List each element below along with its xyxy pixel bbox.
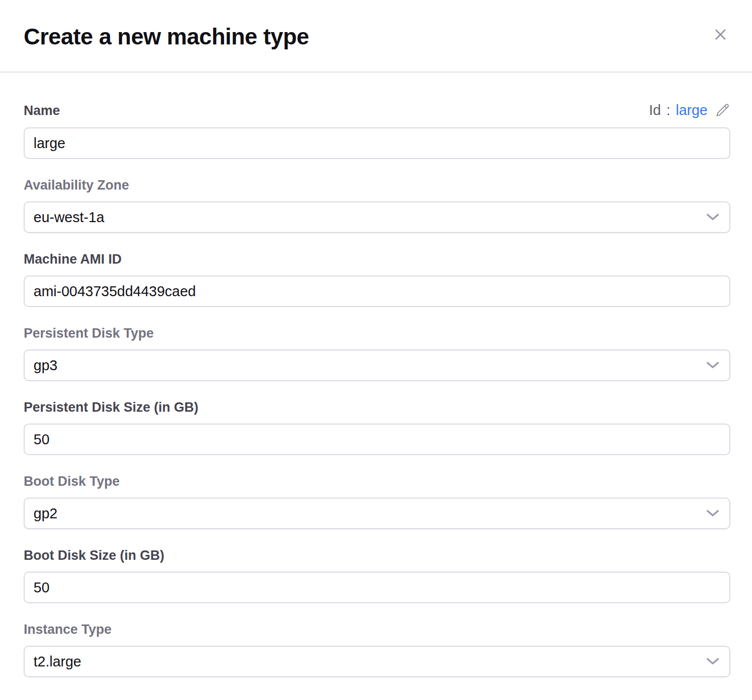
field-instance-type: Instance Type t2.large [24,622,730,677]
id-prefix: Id [649,102,661,118]
instance-type-label-row: Instance Type [24,622,730,637]
persistent-disk-type-selected-value: gp3 [34,357,57,374]
name-label-row: Name Id : large [24,102,730,118]
persistent-disk-size-input[interactable] [24,424,730,455]
field-name: Name Id : large [24,102,730,159]
field-availability-zone: Availability Zone eu-west-1a [24,178,730,233]
id-separator: : [666,102,670,118]
id-badge: Id : large [649,102,730,118]
chevron-down-icon [706,361,719,369]
instance-type-select[interactable]: t2.large [24,646,730,677]
persistent-disk-size-label: Persistent Disk Size (in GB) [24,400,198,415]
name-input[interactable] [24,127,730,159]
chevron-down-icon [706,658,719,665]
id-value: large [676,102,708,118]
close-icon [712,26,729,43]
field-machine-ami-id: Machine AMI ID [24,252,730,307]
boot-disk-size-label-row: Boot Disk Size (in GB) [24,548,730,563]
edit-id-button[interactable] [715,103,730,118]
machine-ami-id-label-row: Machine AMI ID [24,252,730,267]
persistent-disk-type-label: Persistent Disk Type [24,326,154,341]
persistent-disk-type-label-row: Persistent Disk Type [24,326,730,341]
boot-disk-size-input[interactable] [24,572,730,603]
pencil-icon [715,103,730,118]
create-machine-type-modal: Create a new machine type Name Id : larg… [0,0,752,700]
machine-type-form: Name Id : large Availability [0,73,752,677]
persistent-disk-type-select[interactable]: gp3 [24,350,730,381]
availability-zone-selected-value: eu-west-1a [34,209,104,226]
field-boot-disk-size: Boot Disk Size (in GB) [24,548,730,603]
field-boot-disk-type: Boot Disk Type gp2 [24,474,730,529]
name-label: Name [24,103,60,118]
modal-title: Create a new machine type [24,24,309,49]
persistent-disk-size-label-row: Persistent Disk Size (in GB) [24,400,730,415]
machine-ami-id-input[interactable] [24,275,730,307]
boot-disk-size-label: Boot Disk Size (in GB) [24,548,164,563]
chevron-down-icon [706,509,719,517]
instance-type-selected-value: t2.large [34,654,81,670]
availability-zone-label-row: Availability Zone [24,178,730,193]
machine-ami-id-label: Machine AMI ID [24,252,122,267]
close-button[interactable] [711,25,730,44]
instance-type-label: Instance Type [24,622,112,637]
boot-disk-type-label: Boot Disk Type [24,474,120,489]
field-persistent-disk-type: Persistent Disk Type gp3 [24,326,730,381]
chevron-down-icon [706,213,719,221]
availability-zone-select[interactable]: eu-west-1a [24,201,730,233]
field-persistent-disk-size: Persistent Disk Size (in GB) [24,400,730,455]
modal-header: Create a new machine type [0,0,752,73]
boot-disk-type-selected-value: gp2 [34,506,57,522]
boot-disk-type-select[interactable]: gp2 [24,498,730,529]
boot-disk-type-label-row: Boot Disk Type [24,474,730,489]
availability-zone-label: Availability Zone [24,178,129,193]
